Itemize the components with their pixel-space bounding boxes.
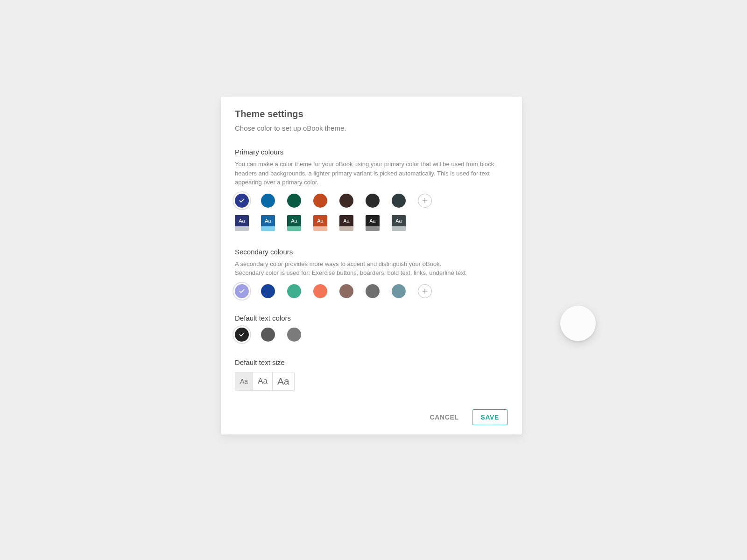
primary-swatch-6[interactable] [392, 194, 406, 208]
preview-label: Aa [235, 215, 249, 226]
secondary-desc-line2: Secondary color is used for: Exercise bu… [235, 269, 465, 276]
floating-action-button[interactable] [560, 306, 596, 341]
primary-swatch-4[interactable] [339, 194, 353, 208]
check-icon [239, 197, 245, 204]
text-color-swatch-2[interactable] [287, 328, 301, 342]
text-color-swatch-0[interactable] [235, 328, 249, 342]
primary-swatch-0[interactable] [235, 194, 249, 208]
add-secondary-color-button[interactable] [418, 284, 432, 298]
dialog-title: Theme settings [235, 109, 508, 119]
primary-swatch-row [235, 194, 508, 208]
primary-section-title: Primary colours [235, 148, 508, 156]
secondary-swatch-5[interactable] [366, 284, 380, 298]
dialog-subtitle: Chose color to set up oBook theme. [235, 124, 508, 132]
primary-preview-1[interactable]: Aa [261, 215, 275, 231]
preview-label: Aa [366, 215, 380, 226]
preview-label: Aa [287, 215, 301, 226]
check-icon [239, 331, 245, 338]
primary-preview-row: Aa Aa Aa Aa Aa Aa Aa [235, 215, 508, 231]
text-size-medium-button[interactable]: Aa [253, 372, 273, 391]
preview-variant [313, 226, 327, 231]
cancel-button[interactable]: CANCEL [428, 410, 461, 425]
primary-preview-5[interactable]: Aa [366, 215, 380, 231]
primary-preview-3[interactable]: Aa [313, 215, 327, 231]
text-size-large-button[interactable]: Aa [273, 372, 295, 391]
secondary-swatch-1[interactable] [261, 284, 275, 298]
dialog-footer: CANCEL SAVE [235, 405, 508, 425]
add-primary-color-button[interactable] [418, 194, 432, 208]
preview-label: Aa [261, 215, 275, 226]
plus-icon [422, 288, 428, 294]
secondary-swatch-row [235, 284, 508, 298]
preview-label: Aa [392, 215, 406, 226]
preview-label: Aa [313, 215, 327, 226]
text-size-section-title: Default text size [235, 358, 508, 366]
preview-variant [287, 226, 301, 231]
primary-preview-0[interactable]: Aa [235, 215, 249, 231]
text-colors-section-title: Default text colors [235, 314, 508, 322]
primary-swatch-2[interactable] [287, 194, 301, 208]
secondary-section-description: A secondary color provides more ways to … [235, 259, 508, 278]
primary-swatch-3[interactable] [313, 194, 327, 208]
primary-swatch-5[interactable] [366, 194, 380, 208]
plus-icon [422, 197, 428, 204]
primary-preview-4[interactable]: Aa [339, 215, 353, 231]
primary-preview-6[interactable]: Aa [392, 215, 406, 231]
text-size-row: Aa Aa Aa [235, 372, 508, 391]
text-color-swatch-1[interactable] [261, 328, 275, 342]
secondary-swatch-2[interactable] [287, 284, 301, 298]
primary-section-description: You can make a color theme for your oBoo… [235, 160, 508, 187]
preview-variant [339, 226, 353, 231]
check-icon [239, 288, 245, 294]
text-color-swatch-row [235, 328, 508, 342]
preview-variant [261, 226, 275, 231]
secondary-section-title: Secondary colours [235, 248, 508, 256]
secondary-swatch-0[interactable] [235, 284, 249, 298]
secondary-swatch-6[interactable] [392, 284, 406, 298]
theme-settings-dialog: Theme settings Chose color to set up oBo… [221, 97, 522, 434]
preview-variant [235, 226, 249, 231]
secondary-desc-line1: A secondary color provides more ways to … [235, 260, 441, 267]
secondary-swatch-3[interactable] [313, 284, 327, 298]
primary-preview-2[interactable]: Aa [287, 215, 301, 231]
preview-variant [366, 226, 380, 231]
save-button[interactable]: SAVE [472, 409, 508, 425]
text-size-small-button[interactable]: Aa [235, 372, 253, 391]
primary-swatch-1[interactable] [261, 194, 275, 208]
secondary-swatch-4[interactable] [339, 284, 353, 298]
preview-label: Aa [339, 215, 353, 226]
preview-variant [392, 226, 406, 231]
